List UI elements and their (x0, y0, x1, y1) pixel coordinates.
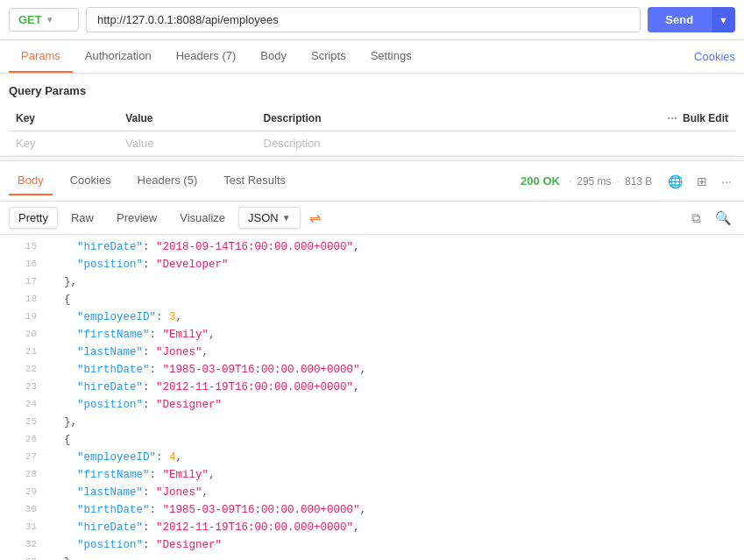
bulk-dots-icon: ··· (667, 111, 677, 125)
cookies-link[interactable]: Cookies (694, 50, 735, 63)
copy-icon[interactable]: ⧉ (688, 209, 705, 228)
param-action (491, 131, 735, 156)
query-params-title: Query Params (9, 84, 735, 97)
json-line: 21 "lastName": "Jones", (0, 344, 744, 361)
method-label: GET (18, 13, 42, 26)
json-line: 27 "employeeID": 4, (0, 449, 744, 466)
json-line: 17 }, (0, 273, 744, 291)
more-icon[interactable]: ··· (718, 173, 735, 190)
resp-tab-cookies[interactable]: Cookies (61, 167, 120, 195)
resp-tab-headers[interactable]: Headers (5) (129, 167, 207, 195)
col-value: Value (118, 106, 256, 131)
json-line: 15 "hireDate": "2018-09-14T16:00:00.000+… (0, 238, 744, 256)
fmt-tab-raw[interactable]: Raw (61, 207, 103, 229)
layout-icon[interactable]: ⊞ (693, 173, 711, 190)
dot-separator-2: · (617, 175, 620, 188)
search-icon[interactable]: 🔍 (712, 209, 735, 228)
json-line: 29 "lastName": "Jones", (0, 484, 744, 501)
table-row: Key Value Description (9, 131, 735, 156)
url-input[interactable] (86, 7, 641, 32)
json-chevron-icon: ▼ (282, 213, 291, 223)
globe-icon[interactable]: 🌐 (664, 173, 686, 190)
bulk-edit-label[interactable]: Bulk Edit (683, 112, 728, 124)
json-line: 24 "position": "Designer" (0, 396, 744, 414)
tab-authorization[interactable]: Authorization (73, 40, 164, 73)
response-meta: · 295 ms · 813 B (569, 175, 652, 188)
fmt-tab-preview[interactable]: Preview (107, 207, 167, 229)
param-value-input[interactable]: Value (118, 131, 256, 156)
tab-params[interactable]: Params (9, 40, 73, 73)
json-line: 25 }, (0, 414, 744, 431)
json-line: 33 } (0, 554, 744, 560)
col-description: Description (257, 106, 491, 131)
response-area: Body Cookies Headers (5) Test Results 20… (0, 161, 744, 560)
json-format-label: JSON (248, 211, 279, 224)
send-button-group: Send ▼ (648, 7, 735, 32)
json-line: 18 { (0, 291, 744, 308)
json-line: 30 "birthDate": "1985-03-09T16:00:00.000… (0, 501, 744, 519)
request-tabs: Params Authorization Headers (7) Body Sc… (0, 40, 744, 74)
param-key-input[interactable]: Key (9, 131, 118, 156)
col-bulk-edit: ··· Bulk Edit (491, 106, 735, 131)
tab-headers[interactable]: Headers (7) (164, 40, 249, 73)
json-line: 23 "hireDate": "2012-11-19T16:00:00.000+… (0, 379, 744, 396)
json-line: 22 "birthDate": "1985-03-09T16:00:00.000… (0, 361, 744, 379)
query-params-section: Query Params Key Value Description ··· B… (0, 74, 744, 156)
send-dropdown-button[interactable]: ▼ (711, 7, 735, 32)
json-line: 31 "hireDate": "2012-11-19T16:00:00.000+… (0, 519, 744, 536)
response-tabs: Body Cookies Headers (5) Test Results 20… (0, 161, 744, 202)
json-line: 26 { (0, 431, 744, 449)
response-time: 295 ms (577, 175, 611, 188)
tab-settings[interactable]: Settings (358, 40, 424, 73)
method-selector[interactable]: GET ▼ (9, 8, 79, 32)
json-line: 28 "firstName": "Emily", (0, 466, 744, 484)
dot-separator-1: · (569, 175, 571, 188)
response-icons: 🌐 ⊞ ··· (664, 173, 735, 190)
format-bar: Pretty Raw Preview Visualize JSON ▼ ⇌ ⧉ … (0, 202, 744, 235)
fmt-tab-pretty[interactable]: Pretty (9, 207, 58, 229)
json-line: 16 "position": "Developer" (0, 256, 744, 273)
filter-icon[interactable]: ⇌ (309, 209, 321, 226)
tab-scripts[interactable]: Scripts (299, 40, 358, 73)
tab-body[interactable]: Body (248, 40, 299, 73)
json-viewer: 15 "hireDate": "2018-09-14T16:00:00.000+… (0, 235, 744, 560)
json-line: 32 "position": "Designer" (0, 536, 744, 554)
method-chevron-icon: ▼ (46, 15, 54, 25)
resp-tab-testresults[interactable]: Test Results (215, 167, 294, 195)
url-bar: GET ▼ Send ▼ (0, 0, 744, 40)
resp-tab-body[interactable]: Body (9, 167, 53, 195)
json-format-select[interactable]: JSON ▼ (238, 207, 301, 229)
json-line: 20 "firstName": "Emily", (0, 326, 744, 344)
params-table: Key Value Description ··· Bulk Edit Key … (9, 106, 735, 156)
viewer-actions: ⧉ 🔍 (688, 209, 735, 228)
response-size: 813 B (625, 175, 652, 188)
fmt-tab-visualize[interactable]: Visualize (170, 207, 235, 229)
json-line: 19 "employeeID": 3, (0, 308, 744, 326)
send-button[interactable]: Send (648, 7, 711, 32)
col-key: Key (9, 106, 118, 131)
status-badge: 200 OK (521, 174, 560, 188)
param-desc-input[interactable]: Description (257, 131, 491, 156)
